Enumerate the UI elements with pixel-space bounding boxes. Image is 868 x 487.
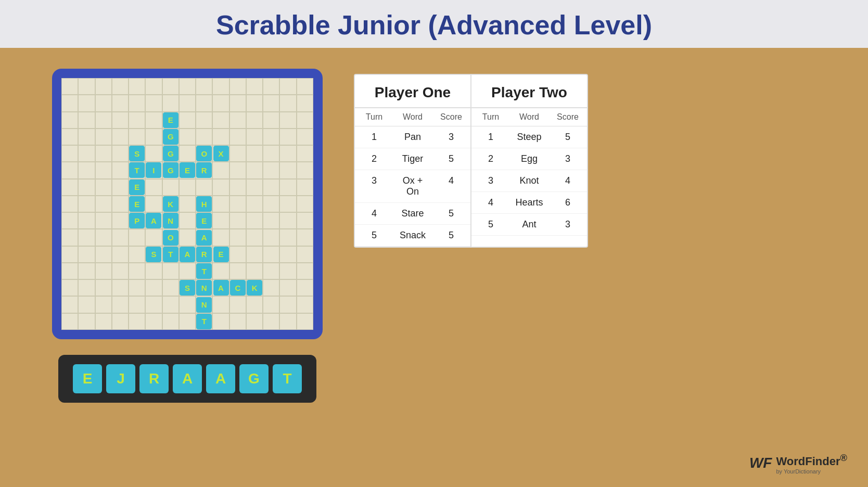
table-row: 1Steep5 bbox=[471, 126, 587, 148]
score-cell: 5 bbox=[436, 208, 467, 219]
board-tile: I bbox=[146, 162, 161, 178]
wf-logo-mark: WF bbox=[749, 455, 772, 471]
score-cell: 5 bbox=[436, 153, 467, 164]
table-row: 5Ant3 bbox=[471, 214, 587, 236]
board-tile: P bbox=[129, 213, 145, 228]
main-content: EGSGOXTIGEREEKHPANEOASTARETSNACKNT EJRAA… bbox=[0, 48, 868, 403]
score-cell: 4 bbox=[436, 175, 467, 197]
player-two-col-headers: Turn Word Score bbox=[471, 108, 587, 126]
board-tile: E bbox=[129, 196, 145, 212]
board-tile: E bbox=[213, 247, 229, 262]
table-row: 3Knot4 bbox=[471, 170, 587, 192]
board-container: EGSGOXTIGEREEKHPANEOASTARETSNACKNT EJRAA… bbox=[52, 69, 323, 403]
turn-cell: 1 bbox=[359, 132, 390, 143]
player-two-rows: 1Steep52Egg33Knot44Hearts65Ant3 bbox=[471, 126, 587, 236]
board-tile: E bbox=[180, 162, 195, 178]
p2-word-header: Word bbox=[514, 112, 545, 122]
word-cell: Ox + On bbox=[397, 175, 428, 197]
board-tile: X bbox=[213, 146, 229, 161]
tile-rack: EJRAAGT bbox=[58, 355, 316, 403]
board-tile: A bbox=[213, 280, 229, 296]
table-row: 4Hearts6 bbox=[471, 192, 587, 214]
score-cell: 3 bbox=[552, 153, 583, 164]
score-table-header: Player One Player Two bbox=[355, 75, 587, 108]
board-tile: E bbox=[163, 112, 178, 128]
board-tile: A bbox=[180, 247, 195, 262]
rack-tile: T bbox=[273, 364, 302, 393]
page-title: Scrabble Junior (Advanced Level) bbox=[0, 9, 868, 41]
score-cell: 3 bbox=[436, 132, 467, 143]
score-cell: 5 bbox=[436, 230, 467, 241]
table-row: 2Tiger5 bbox=[355, 148, 470, 170]
table-row: 1Pan3 bbox=[355, 126, 470, 148]
board-tile: E bbox=[196, 213, 212, 228]
player-one-data: Turn Word Score 1Pan32Tiger53Ox + On44St… bbox=[355, 108, 471, 247]
word-cell: Stare bbox=[397, 208, 428, 219]
board-tile: H bbox=[196, 196, 212, 212]
board-tile: N bbox=[196, 280, 212, 296]
rack-tile: A bbox=[173, 364, 202, 393]
rack-tile: E bbox=[73, 364, 102, 393]
board-tile: K bbox=[163, 196, 178, 212]
turn-cell: 4 bbox=[359, 208, 390, 219]
p2-turn-header: Turn bbox=[475, 112, 506, 122]
score-cell: 6 bbox=[552, 197, 583, 208]
board-tile: C bbox=[230, 280, 246, 296]
rack-tile: A bbox=[206, 364, 235, 393]
word-cell: Snack bbox=[397, 230, 428, 241]
board-tile: O bbox=[196, 146, 212, 161]
board-tile: O bbox=[163, 230, 178, 246]
board-outer: EGSGOXTIGEREEKHPANEOASTARETSNACKNT bbox=[52, 69, 323, 339]
turn-cell: 4 bbox=[475, 197, 506, 208]
score-cell: 3 bbox=[552, 219, 583, 230]
table-row: 5Snack5 bbox=[355, 225, 470, 247]
turn-cell: 2 bbox=[475, 153, 506, 164]
word-cell: Ant bbox=[514, 219, 545, 230]
turn-cell: 5 bbox=[359, 230, 390, 241]
board-tile: N bbox=[163, 213, 178, 228]
board-tile: G bbox=[163, 162, 178, 178]
board-tile: A bbox=[146, 213, 161, 228]
turn-cell: 3 bbox=[475, 175, 506, 186]
table-row: 3Ox + On4 bbox=[355, 170, 470, 203]
word-cell: Steep bbox=[514, 132, 545, 143]
board-tile: G bbox=[163, 129, 178, 145]
board-tile: R bbox=[196, 247, 212, 262]
player-one-rows: 1Pan32Tiger53Ox + On44Stare55Snack5 bbox=[355, 126, 470, 247]
word-cell: Knot bbox=[514, 175, 545, 186]
tiles-layer: EGSGOXTIGEREEKHPANEOASTARETSNACKNT bbox=[61, 78, 313, 330]
p1-score-header: Score bbox=[436, 112, 467, 122]
p2-score-header: Score bbox=[552, 112, 583, 122]
player-one-header: Player One bbox=[355, 75, 471, 107]
score-body: Turn Word Score 1Pan32Tiger53Ox + On44St… bbox=[355, 108, 587, 247]
turn-cell: 1 bbox=[475, 132, 506, 143]
rack-tile: G bbox=[239, 364, 269, 393]
rack-tile: J bbox=[106, 364, 135, 393]
board-tile: T bbox=[196, 263, 212, 279]
page-header: Scrabble Junior (Advanced Level) bbox=[0, 0, 868, 48]
board-tile: S bbox=[146, 247, 161, 262]
wordfinder-logo: WF WordFinder® by YourDictionary bbox=[749, 452, 847, 475]
board-tile: S bbox=[129, 146, 145, 161]
player-two-header: Player Two bbox=[471, 75, 587, 107]
board-tile: T bbox=[129, 162, 145, 178]
board-tile: T bbox=[163, 247, 178, 262]
board-inner: EGSGOXTIGEREEKHPANEOASTARETSNACKNT bbox=[61, 78, 313, 330]
wf-name: WordFinder® bbox=[776, 452, 847, 468]
player-two-data: Turn Word Score 1Steep52Egg33Knot44Heart… bbox=[471, 108, 587, 247]
board-tile: N bbox=[196, 297, 212, 313]
board-tile: E bbox=[129, 180, 145, 195]
word-cell: Pan bbox=[397, 132, 428, 143]
turn-cell: 3 bbox=[359, 175, 390, 197]
word-cell: Tiger bbox=[397, 153, 428, 164]
score-cell: 4 bbox=[552, 175, 583, 186]
board-tile: G bbox=[163, 146, 178, 161]
turn-cell: 5 bbox=[475, 219, 506, 230]
board-tile: A bbox=[196, 230, 212, 246]
word-cell: Egg bbox=[514, 153, 545, 164]
score-cell: 5 bbox=[552, 132, 583, 143]
board-tile: R bbox=[196, 162, 212, 178]
wf-sub: by YourDictionary bbox=[776, 468, 847, 475]
board-tile: S bbox=[180, 280, 195, 296]
turn-cell: 2 bbox=[359, 153, 390, 164]
